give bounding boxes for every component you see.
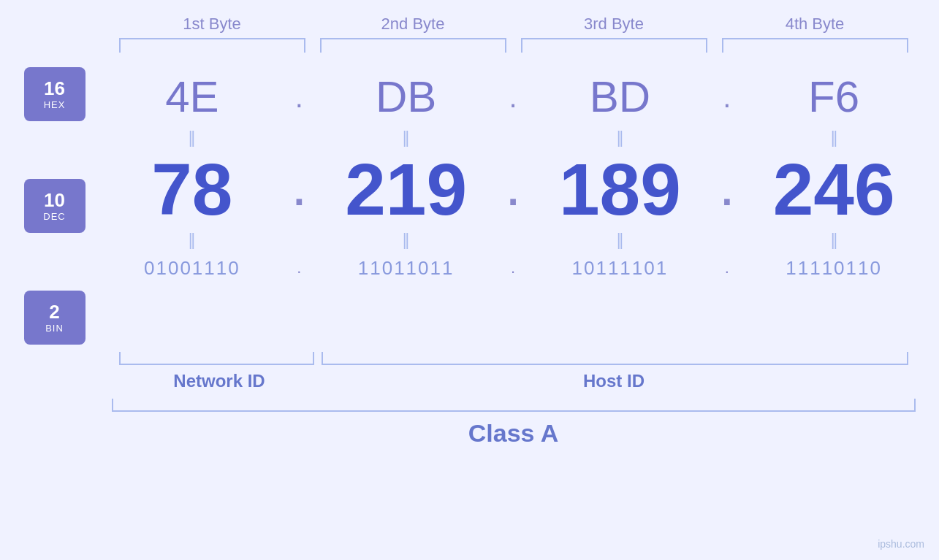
content-wrapper: 16 HEX 10 DEC 2 BIN 4E . DB — [24, 67, 930, 345]
dot-hex-2: . — [502, 83, 524, 112]
dec-val-2: 219 — [310, 153, 502, 226]
bracket-byte3 — [521, 38, 707, 53]
main-container: 1st Byte 2nd Byte 3rd Byte 4th Byte 16 H… — [0, 0, 939, 560]
dot-bin-3: . — [716, 260, 738, 276]
dec-val-4: 246 — [738, 153, 930, 226]
bin-val-4: 11110110 — [738, 255, 930, 281]
host-id-label: Host ID — [313, 371, 916, 391]
top-bracket-row — [112, 38, 916, 53]
hex-val-1: 4E — [96, 71, 289, 123]
equals-row-2: ‖ ‖ ‖ ‖ — [96, 226, 930, 255]
dot-dec-1: . — [288, 156, 310, 222]
values-grid: 4E . DB . BD . F6 ‖ ‖ — [96, 67, 930, 345]
dot-bin-1: . — [288, 260, 310, 276]
header-byte4: 4th Byte — [715, 15, 916, 38]
bracket-byte2 — [320, 38, 506, 53]
eq2-2: ‖ — [310, 232, 502, 248]
base-labels-column: 16 HEX 10 DEC 2 BIN — [24, 67, 85, 345]
header-byte2: 2nd Byte — [313, 15, 514, 38]
bin-val-3: 10111101 — [524, 255, 716, 281]
hex-badge-label: HEX — [44, 99, 66, 110]
eq2-3: ‖ — [524, 232, 716, 248]
dec-row: 78 . 219 . 189 . 246 — [96, 153, 930, 226]
bottom-brackets — [112, 352, 916, 365]
byte-headers: 1st Byte 2nd Byte 3rd Byte 4th Byte — [112, 15, 916, 38]
host-bracket — [322, 352, 908, 365]
dot-hex-1: . — [288, 83, 310, 112]
dec-val-1: 78 — [96, 153, 289, 226]
class-label: Class A — [112, 419, 916, 448]
eq1-2: ‖ — [310, 130, 502, 146]
bottom-section: Network ID Host ID — [112, 352, 916, 391]
dec-val-3: 189 — [524, 153, 716, 226]
dot-bin-2: . — [502, 260, 524, 276]
hex-badge-num: 16 — [44, 78, 65, 99]
dot-hex-3: . — [716, 83, 738, 112]
eq2-4: ‖ — [738, 232, 930, 248]
dec-badge-num: 10 — [44, 190, 65, 211]
hex-val-3: BD — [524, 71, 716, 123]
eq1-3: ‖ — [524, 130, 716, 146]
eq1-4: ‖ — [738, 130, 930, 146]
eq1-1: ‖ — [96, 130, 289, 146]
hex-badge: 16 HEX — [24, 67, 85, 121]
dec-badge-label: DEC — [43, 211, 65, 222]
class-section: Class A — [112, 399, 916, 448]
bin-badge-label: BIN — [45, 323, 64, 334]
hex-row: 4E . DB . BD . F6 — [96, 71, 930, 123]
hex-val-2: DB — [310, 71, 502, 123]
eq2-1: ‖ — [96, 232, 289, 248]
bin-val-1: 01001110 — [96, 255, 289, 281]
bin-row: 01001110 . 11011011 . 10111101 . 1111011… — [96, 255, 930, 281]
bin-badge-num: 2 — [49, 302, 59, 323]
bin-val-2: 11011011 — [310, 255, 502, 281]
bracket-byte1 — [119, 38, 305, 53]
class-bracket — [112, 399, 916, 412]
hex-val-4: F6 — [738, 71, 930, 123]
dot-dec-3: . — [716, 156, 738, 222]
dot-dec-2: . — [502, 156, 524, 222]
network-bracket — [119, 352, 315, 365]
bracket-byte4 — [722, 38, 908, 53]
bin-badge: 2 BIN — [24, 291, 85, 345]
bottom-labels: Network ID Host ID — [112, 371, 916, 391]
watermark: ipshu.com — [878, 538, 924, 550]
dec-badge: 10 DEC — [24, 179, 85, 233]
network-id-label: Network ID — [112, 371, 313, 391]
header-byte1: 1st Byte — [112, 15, 313, 38]
header-byte3: 3rd Byte — [514, 15, 715, 38]
